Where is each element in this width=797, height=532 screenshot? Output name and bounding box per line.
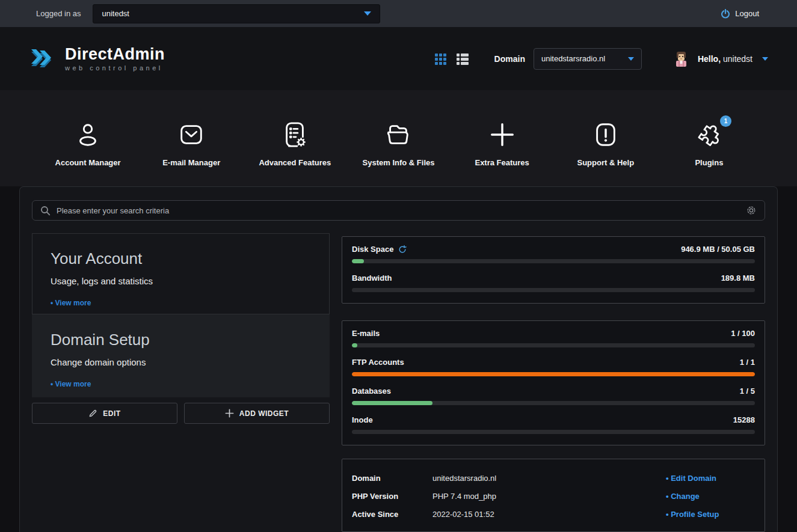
nav-label: Support & Help [577, 158, 634, 167]
dashboard-panel: Your Account Usage, logs and statistics … [19, 186, 778, 532]
stat-label: Databases [352, 387, 391, 396]
info-row-domain: Domain unitedstarsradio.nl • Edit Domain [352, 469, 755, 487]
nav-item-system-info-files[interactable]: System Info & Files [346, 120, 450, 167]
domain-dropdown-value: unitedstarsradio.nl [541, 54, 628, 63]
topbar: Logged in as unitedst Logout [0, 0, 797, 27]
chevron-down-icon [762, 57, 768, 61]
info-label: Domain [352, 474, 432, 483]
edit-button[interactable]: EDIT [32, 403, 177, 424]
nav-label: Advanced Features [259, 158, 331, 167]
quota-panel: E-mails 1 / 100 FTP Accounts 1 / 1 [342, 320, 765, 445]
refresh-icon[interactable] [398, 245, 407, 254]
search-settings-gear-icon[interactable] [746, 205, 757, 216]
progress-track [352, 343, 755, 347]
list-view-icon[interactable] [456, 52, 469, 66]
system-info-files-icon [384, 120, 412, 149]
search-bar [32, 200, 765, 221]
logout-button[interactable]: Logout [721, 9, 759, 19]
directadmin-logo-icon [29, 44, 58, 73]
widget-title: Your Account [51, 249, 311, 268]
chevron-down-icon [364, 11, 371, 16]
stat-row-disk-space: Disk Space 946.9 MB / 50.05 GB [352, 245, 755, 263]
widget-card-your-account[interactable]: Your Account Usage, logs and statistics … [32, 233, 330, 314]
brand-tagline: web control panel [65, 64, 165, 72]
change-php-link[interactable]: • Change [666, 492, 755, 501]
view-more-link[interactable]: • View more [51, 380, 311, 388]
nav-item-advanced-features[interactable]: Advanced Features [243, 120, 346, 167]
nav-label: Plugins [695, 158, 723, 167]
avatar [673, 50, 689, 67]
support-help-icon [592, 120, 620, 149]
add-widget-button[interactable]: ADD WIDGET [184, 403, 330, 424]
nav-label: Extra Features [475, 158, 529, 167]
widget-title: Domain Setup [51, 331, 311, 349]
stat-value: 1 / 100 [731, 329, 755, 338]
plus-icon [225, 409, 234, 418]
user-menu[interactable]: Hello, unitedst [673, 50, 768, 67]
stat-value: 15288 [733, 415, 755, 424]
chevron-down-icon [628, 57, 634, 61]
stat-label: FTP Accounts [352, 358, 404, 367]
header: DirectAdmin web control panel [0, 27, 797, 90]
power-icon [721, 9, 730, 19]
stat-label: Disk Space [352, 245, 393, 254]
email-manager-icon [177, 120, 205, 149]
widget-card-domain-setup[interactable]: Domain Setup Change domain options • Vie… [32, 314, 330, 397]
user-account-dropdown[interactable]: unitedst [93, 4, 380, 23]
progress-fill [352, 401, 432, 405]
logged-in-as-label: Logged in as [36, 9, 81, 18]
progress-track [352, 401, 755, 405]
stat-label: E-mails [352, 329, 380, 338]
stat-row-emails: E-mails 1 / 100 [352, 329, 755, 347]
greeting-text: Hello, unitedst [698, 54, 752, 64]
widgets-column: Your Account Usage, logs and statistics … [32, 233, 330, 532]
info-value: 2022-02-15 01:52 [432, 510, 666, 519]
progress-fill [352, 372, 755, 376]
stats-column: Disk Space 946.9 MB / 50.05 GB [342, 233, 765, 532]
nav-item-support-help[interactable]: Support & Help [554, 120, 657, 167]
brand-name: DirectAdmin [65, 45, 165, 63]
view-more-link[interactable]: • View more [51, 299, 311, 307]
nav-item-plugins[interactable]: 1 Plugins [657, 120, 761, 167]
nav-label: Account Manager [55, 158, 121, 167]
progress-fill [352, 259, 364, 263]
nav-item-extra-features[interactable]: Extra Features [451, 120, 554, 167]
nav-label: E-mail Manager [162, 158, 220, 167]
widget-subtitle: Usage, logs and statistics [51, 276, 311, 286]
stat-label: Bandwidth [352, 274, 392, 283]
info-row-active-since: Active Since 2022-02-15 01:52 • Profile … [352, 505, 755, 523]
stat-row-bandwidth: Bandwidth 189.8 MB [352, 274, 755, 292]
greeting-username: unitedst [723, 54, 752, 64]
info-label: Active Since [352, 510, 432, 519]
info-value: unitedstarsradio.nl [432, 474, 666, 483]
nav-item-email-manager[interactable]: E-mail Manager [140, 120, 243, 167]
progress-track [352, 372, 755, 376]
extra-features-icon [488, 120, 516, 149]
edit-domain-link[interactable]: • Edit Domain [666, 474, 755, 483]
usage-panel: Disk Space 946.9 MB / 50.05 GB [342, 236, 765, 304]
progress-track [352, 259, 755, 263]
stat-value: 1 / 5 [740, 387, 755, 396]
domain-info-panel: Domain unitedstarsradio.nl • Edit Domain… [342, 459, 765, 532]
search-input[interactable] [57, 206, 746, 215]
view-toggle [434, 52, 469, 66]
progress-track [352, 430, 755, 434]
logout-label: Logout [735, 9, 759, 18]
info-row-php-version: PHP Version PHP 7.4 mod_php • Change [352, 487, 755, 505]
pencil-icon [88, 409, 97, 418]
nav-item-account-manager[interactable]: Account Manager [36, 120, 140, 167]
advanced-features-icon [281, 120, 309, 149]
user-account-dropdown-value: unitedst [102, 9, 364, 18]
stat-row-databases: Databases 1 / 5 [352, 387, 755, 405]
main-content: Your Account Usage, logs and statistics … [0, 186, 797, 532]
domain-dropdown[interactable]: unitedstarsradio.nl [534, 48, 642, 70]
profile-setup-link[interactable]: • Profile Setup [666, 510, 755, 519]
grid-view-icon[interactable] [434, 52, 448, 66]
plugins-icon: 1 [694, 120, 724, 149]
search-icon [40, 206, 51, 216]
directadmin-logo[interactable]: DirectAdmin web control panel [29, 44, 165, 73]
info-label: PHP Version [352, 492, 432, 501]
nav-label: System Info & Files [363, 158, 435, 167]
stat-value: 1 / 1 [740, 358, 755, 367]
stat-value: 189.8 MB [721, 274, 755, 283]
